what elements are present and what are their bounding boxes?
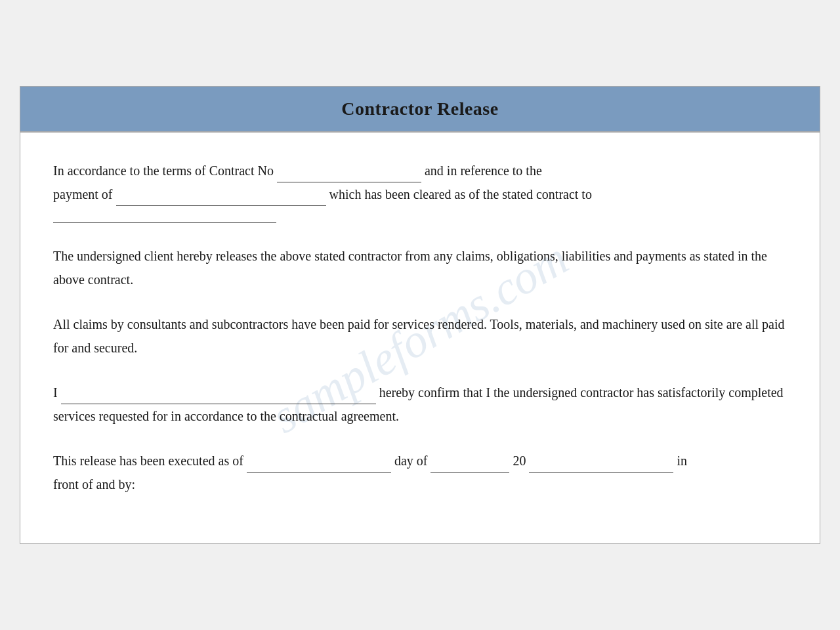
execution-month-field[interactable] xyxy=(430,458,509,472)
undersigned-name-field[interactable] xyxy=(61,390,376,404)
payment-amount-field[interactable] xyxy=(116,192,326,206)
paragraph-3: All claims by consultants and subcontrac… xyxy=(53,312,787,360)
paragraph-1: In accordance to the terms of Contract N… xyxy=(53,159,787,223)
paragraph-2: The undersigned client hereby releases t… xyxy=(53,244,787,291)
p1-text-4: which has been cleared as of the stated … xyxy=(329,187,592,201)
paragraph-4: I hereby confirm that I the undersigned … xyxy=(53,381,787,428)
p5-text-3: 20 xyxy=(513,453,526,468)
contract-number-field[interactable] xyxy=(277,168,421,182)
p5-text-2: day of xyxy=(394,453,428,468)
p5-text-5: front of and by: xyxy=(53,477,135,492)
document-header: Contractor Release xyxy=(20,87,820,131)
paragraph-5: This release has been executed as of day… xyxy=(53,449,787,496)
p5-text-4: in xyxy=(677,453,687,468)
p1-text-3: payment of xyxy=(53,187,113,201)
contractor-name-field[interactable] xyxy=(53,209,276,223)
execution-year-field[interactable] xyxy=(529,458,673,472)
p4-text-1: I xyxy=(53,385,58,400)
document-container: Contractor Release sampleforms.com In ac… xyxy=(20,86,820,544)
p1-text-1: In accordance to the terms of Contract N… xyxy=(53,163,274,178)
execution-date-field[interactable] xyxy=(247,458,391,472)
document-body: sampleforms.com In accordance to the ter… xyxy=(20,133,820,543)
p3-text: All claims by consultants and subcontrac… xyxy=(53,317,785,355)
document-title: Contractor Release xyxy=(47,98,793,119)
p5-text-1: This release has been executed as of xyxy=(53,453,243,468)
p2-text: The undersigned client hereby releases t… xyxy=(53,249,767,287)
p1-text-2: and in reference to the xyxy=(425,163,542,178)
